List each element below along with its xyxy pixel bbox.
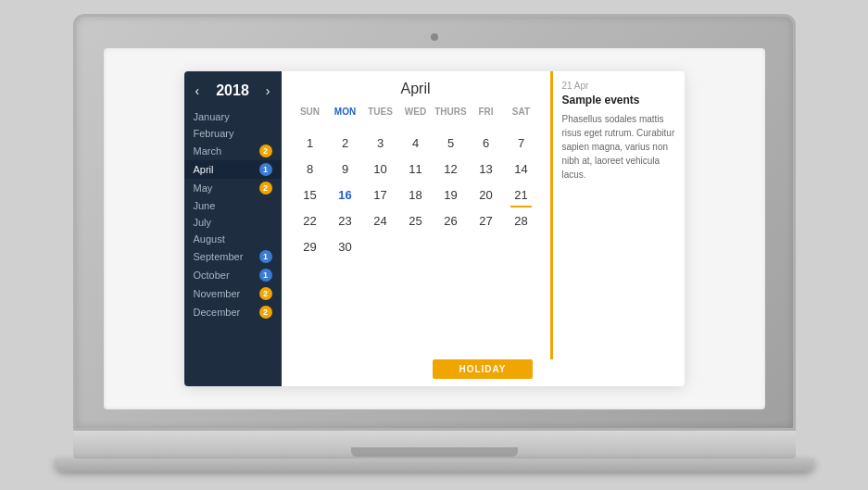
calendar-day-8[interactable]: 8 [293, 157, 328, 182]
calendar-day-6[interactable]: 6 [469, 132, 504, 156]
calendar-day-30[interactable]: 30 [328, 235, 363, 259]
prev-year-button[interactable]: ‹ [194, 84, 202, 97]
calendar-day-1[interactable]: 1 [293, 132, 328, 156]
month-label: June [194, 200, 216, 211]
calendar-day-10[interactable]: 10 [363, 157, 398, 182]
calendar-app: ‹ 2018 › JanuaryFebruaryMarch2April1May2… [184, 71, 685, 386]
event-description: Phasellus sodales mattis risus eget rutr… [562, 112, 675, 182]
laptop-shell: ‹ 2018 › JanuaryFebruaryMarch2April1May2… [73, 14, 796, 477]
month-label: August [194, 233, 225, 245]
month-item-may[interactable]: May2 [184, 179, 282, 197]
laptop-foot [55, 459, 814, 471]
calendar-day-16[interactable]: 16 [328, 183, 363, 207]
day-header-thurs: THURS [434, 105, 469, 119]
month-label: September [194, 251, 244, 262]
month-dot: 2 [259, 182, 272, 195]
calendar-day-empty [504, 122, 539, 130]
calendar-day-26[interactable]: 26 [434, 209, 469, 233]
holiday-button[interactable]: HOLIDAY [433, 359, 532, 379]
month-label: May [194, 182, 213, 194]
calendar-day-9[interactable]: 9 [328, 157, 363, 182]
calendar-day-18[interactable]: 18 [398, 183, 434, 207]
calendar-day-empty [504, 235, 539, 259]
month-dot: 1 [259, 163, 272, 176]
laptop-base [73, 431, 796, 459]
calendar-grid-area: April SUNMONTUESWEDTHURSFRISAT 123456789… [282, 71, 550, 359]
month-item-february[interactable]: February [184, 125, 282, 142]
day-header-sat: SAT [504, 105, 539, 119]
laptop-screen: ‹ 2018 › JanuaryFebruaryMarch2April1May2… [104, 48, 765, 409]
calendar-day-24[interactable]: 24 [363, 209, 398, 233]
calendar-day-19[interactable]: 19 [434, 183, 469, 207]
calendar-day-23[interactable]: 23 [328, 209, 363, 233]
calendar-day-27[interactable]: 27 [469, 209, 504, 233]
calendar-day-2[interactable]: 2 [328, 132, 363, 156]
calendar-day-5[interactable]: 5 [434, 132, 469, 156]
month-dot: 1 [259, 269, 272, 282]
day-header-sun: SUN [293, 105, 328, 119]
month-item-march[interactable]: March2 [184, 142, 282, 160]
calendar-day-21[interactable]: 21 [504, 183, 539, 207]
laptop-camera [431, 33, 438, 41]
calendar-day-29[interactable]: 29 [293, 235, 328, 259]
calendar-day-17[interactable]: 17 [363, 183, 398, 207]
day-header-wed: WED [398, 105, 434, 119]
month-item-january[interactable]: January [184, 108, 282, 125]
calendar-day-7[interactable]: 7 [504, 132, 539, 156]
calendar-day-15[interactable]: 15 [293, 183, 328, 207]
calendar-day-empty [363, 122, 398, 130]
calendar-day-25[interactable]: 25 [398, 209, 434, 233]
month-item-august[interactable]: August [184, 231, 282, 247]
calendar-day-22[interactable]: 22 [293, 209, 328, 233]
month-item-november[interactable]: November2 [184, 284, 282, 303]
event-panel: 21 Apr Sample events Phasellus sodales m… [550, 71, 685, 359]
calendar-main: April SUNMONTUESWEDTHURSFRISAT 123456789… [282, 71, 685, 386]
month-dot: 2 [259, 287, 272, 300]
calendar-day-20[interactable]: 20 [469, 183, 504, 207]
year-label: 2018 [216, 82, 249, 99]
month-label: April [194, 164, 214, 175]
event-title: Sample events [562, 94, 675, 107]
laptop-screen-outer: ‹ 2018 › JanuaryFebruaryMarch2April1May2… [73, 14, 796, 431]
calendar-day-13[interactable]: 13 [469, 157, 504, 182]
month-item-june[interactable]: June [184, 197, 282, 214]
month-item-december[interactable]: December2 [184, 303, 282, 321]
calendar-day-empty [398, 235, 434, 259]
event-date: 21 Apr [562, 81, 675, 91]
calendar-day-empty [434, 235, 469, 259]
day-header-mon: MON [328, 105, 363, 119]
holiday-bar: HOLIDAY [282, 359, 685, 386]
calendar-day-12[interactable]: 12 [434, 157, 469, 182]
calendar-day-11[interactable]: 11 [398, 157, 434, 182]
day-headers: SUNMONTUESWEDTHURSFRISAT [293, 105, 539, 119]
month-label: March [194, 145, 222, 157]
month-item-july[interactable]: July [184, 214, 282, 231]
calendar-day-4[interactable]: 4 [398, 132, 434, 156]
calendar-day-empty [363, 235, 398, 259]
month-item-october[interactable]: October1 [184, 266, 282, 284]
sidebar: ‹ 2018 › JanuaryFebruaryMarch2April1May2… [184, 71, 282, 386]
month-label: November [194, 288, 241, 299]
month-label: February [194, 128, 234, 139]
month-dot: 2 [259, 144, 272, 157]
calendar-day-empty [328, 122, 363, 130]
month-item-april[interactable]: April1 [184, 160, 282, 179]
month-dot: 2 [259, 306, 272, 319]
calendar-day-14[interactable]: 14 [504, 157, 539, 182]
next-year-button[interactable]: › [264, 84, 272, 97]
month-label: January [194, 111, 230, 122]
calendar-day-empty [434, 122, 469, 130]
month-label: October [194, 270, 230, 281]
calendar-day-empty [398, 122, 434, 130]
sidebar-header: ‹ 2018 › [184, 81, 282, 108]
calendar-day-28[interactable]: 28 [504, 209, 539, 233]
month-dot: 1 [259, 250, 272, 263]
calendar-day-empty [293, 122, 328, 130]
month-item-september[interactable]: September1 [184, 247, 282, 266]
month-label: July [194, 217, 212, 228]
calendar-day-3[interactable]: 3 [363, 132, 398, 156]
day-header-fri: FRI [469, 105, 504, 119]
calendar-content: April SUNMONTUESWEDTHURSFRISAT 123456789… [282, 71, 685, 359]
calendar-grid: 1234567891011121314151617181920212223242… [293, 122, 539, 260]
month-list: JanuaryFebruaryMarch2April1May2JuneJulyA… [184, 108, 282, 377]
